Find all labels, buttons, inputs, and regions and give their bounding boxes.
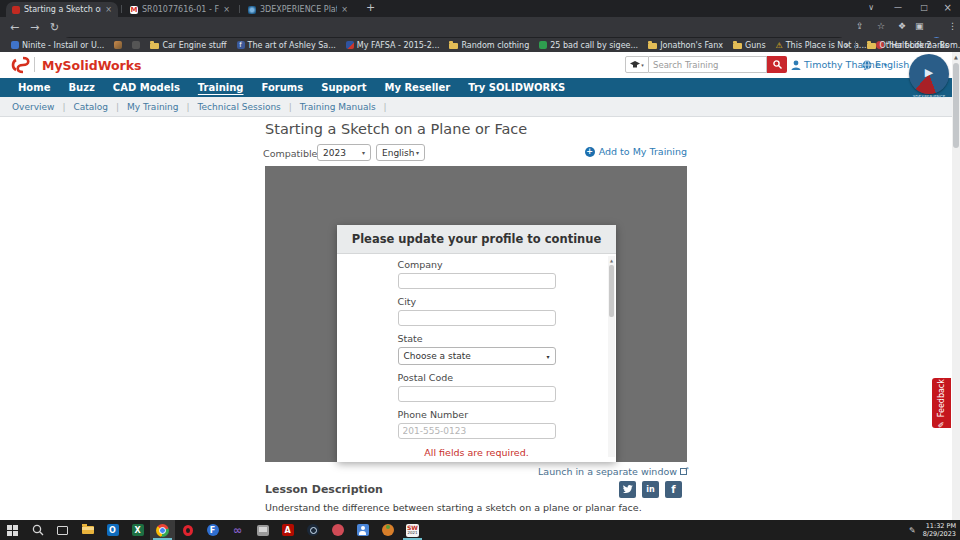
ninite-favicon — [11, 41, 19, 49]
bookmark-item[interactable] — [109, 41, 127, 49]
tab-search-icon[interactable]: ∨ — [868, 3, 874, 12]
steam-button[interactable] — [300, 520, 325, 540]
back-icon[interactable]: ← — [10, 21, 19, 34]
search-category-dropdown[interactable]: ▾ — [625, 56, 649, 73]
bookmark-item[interactable]: My FAFSA - 2015-2... — [341, 41, 445, 50]
scrollbar-thumb[interactable] — [953, 63, 959, 148]
company-label: Company — [398, 259, 556, 270]
share-icon[interactable]: ⇪ — [856, 21, 864, 31]
tab-close-icon[interactable]: × — [223, 5, 230, 14]
search-button[interactable] — [767, 56, 787, 73]
tab-close-icon[interactable]: × — [105, 5, 112, 14]
bookmark-item[interactable]: fThe art of Ashley Sa... — [232, 41, 341, 50]
search-input[interactable] — [649, 56, 767, 73]
start-button[interactable] — [0, 520, 25, 540]
tab-solidworks-training[interactable]: Starting a Sketch on a Plane or F × — [6, 2, 118, 17]
nav-buzz[interactable]: Buzz — [59, 82, 103, 93]
other-bookmarks[interactable]: Other bookmarks — [862, 41, 954, 50]
bookmark-item[interactable]: 25 bad call by sigee... — [534, 41, 643, 50]
taskbar-clock[interactable]: 11:32 PM 8/29/2023 — [923, 522, 956, 538]
new-tab-button[interactable]: + — [366, 1, 375, 14]
extensions-icon[interactable]: ❖ — [898, 21, 906, 31]
bookmark-item[interactable] — [127, 41, 145, 49]
solidworks-2021-button[interactable]: SW2021 — [400, 520, 425, 540]
bookmark-item[interactable]: Car Engine stuff — [145, 41, 231, 50]
bookmark-item[interactable]: Guns — [728, 41, 771, 50]
modal-body: Company City State Choose a state▾ Posta… — [337, 254, 616, 461]
reload-icon[interactable]: ↻ — [50, 21, 59, 34]
bookmark-item[interactable]: Ninite - Install or U... — [6, 41, 109, 50]
person-icon — [791, 60, 801, 70]
dassault-3ds-logo[interactable] — [9, 56, 33, 74]
city-field[interactable] — [398, 310, 556, 326]
nav-home[interactable]: Home — [9, 82, 59, 93]
browser-tabstrip: Starting a Sketch on a Plane or F × M SR… — [0, 0, 960, 17]
launch-separate-window-link[interactable]: Launch in a separate window — [538, 466, 687, 477]
red-pink-app-button[interactable] — [325, 520, 350, 540]
nav-support[interactable]: Support — [312, 82, 375, 93]
brand-mysolidworks[interactable]: MySolidWorks — [42, 58, 142, 73]
menu-kebab-icon[interactable]: ⋮ — [948, 21, 957, 31]
visual-studio-button[interactable]: ∞ — [225, 520, 250, 540]
tab-divider — [239, 5, 240, 13]
facebook-icon[interactable]: f — [665, 481, 682, 498]
page-title: Starting a Sketch on a Plane or Face — [265, 121, 527, 137]
orange-app-button[interactable] — [375, 520, 400, 540]
scroll-up-icon[interactable]: ▲ — [952, 52, 960, 60]
opera-button[interactable] — [175, 520, 200, 540]
gray-app-button[interactable] — [250, 520, 275, 540]
nav-try-solidworks[interactable]: Try SOLIDWORKS — [459, 82, 574, 93]
forward-icon[interactable]: → — [30, 21, 39, 34]
page-scrollbar[interactable]: ▲ — [952, 52, 960, 520]
modal-scrollbar[interactable]: ▲ — [608, 256, 615, 457]
blue-person-app-icon — [357, 524, 369, 536]
subnav-training-manuals[interactable]: Training Manuals — [300, 102, 376, 112]
side-panel-icon[interactable]: ▣ — [915, 21, 924, 31]
bookmark-item[interactable]: Jonathon's Fanx — [643, 41, 728, 50]
minimize-icon[interactable]: — — [894, 3, 902, 12]
scroll-up-icon[interactable]: ▲ — [608, 256, 615, 263]
tab-3dexperience[interactable]: 3DEXPERIENCE Platform × — [242, 2, 354, 17]
outlook-icon: O — [107, 524, 119, 536]
bookmark-star-icon[interactable]: ☆ — [877, 21, 885, 31]
file-explorer-button[interactable] — [75, 520, 100, 540]
tab-gmail[interactable]: M SR01077616-01 - For your action × — [124, 2, 236, 17]
3dexperience-logo[interactable]: 3DEXPERIENCE — [908, 54, 950, 100]
excel-button[interactable]: X — [125, 520, 150, 540]
tray-pen-icon[interactable]: ✎ — [909, 526, 916, 535]
chrome-button[interactable] — [150, 520, 175, 540]
nav-forums[interactable]: Forums — [253, 82, 313, 93]
nav-training[interactable]: Training — [189, 82, 253, 93]
bookmarks-overflow-chevron[interactable]: » — [845, 41, 850, 50]
acrobat-button[interactable]: A — [275, 520, 300, 540]
postal-code-field[interactable] — [398, 386, 556, 402]
close-icon[interactable]: × — [944, 2, 952, 13]
add-to-my-training-link[interactable]: + Add to My Training — [585, 146, 687, 157]
phone-number-field[interactable] — [398, 423, 556, 439]
twitter-icon[interactable] — [619, 481, 636, 498]
task-view-button[interactable] — [50, 520, 75, 540]
company-field[interactable] — [398, 273, 556, 289]
bookmark-item[interactable]: Random clothing — [444, 41, 534, 50]
subnav-overview[interactable]: Overview — [12, 102, 54, 112]
outlook-button[interactable]: O — [100, 520, 125, 540]
taskbar-search-button[interactable] — [25, 520, 50, 540]
tab-close-icon[interactable]: × — [341, 5, 348, 14]
blue-person-app-button[interactable] — [350, 520, 375, 540]
feedback-button[interactable]: ✎Feedback — [932, 378, 951, 428]
divider: | — [116, 102, 119, 112]
scrollbar-thumb[interactable] — [609, 265, 614, 317]
state-select[interactable]: Choose a state▾ — [398, 347, 556, 365]
language-select[interactable]: English▾ — [376, 144, 425, 161]
subnav-technical-sessions[interactable]: Technical Sessions — [198, 102, 281, 112]
linkedin-icon[interactable]: in — [642, 481, 659, 498]
version-select[interactable]: 2023▾ — [317, 144, 371, 161]
subnav-my-training[interactable]: My Training — [127, 102, 178, 112]
required-note: All fields are required. — [398, 447, 556, 458]
subnav-catalog[interactable]: Catalog — [73, 102, 108, 112]
modal-title: Please update your profile to continue — [337, 225, 616, 254]
blue-f-app-button[interactable]: F — [200, 520, 225, 540]
nav-my-reseller[interactable]: My Reseller — [375, 82, 459, 93]
maximize-icon[interactable]: □ — [920, 3, 928, 12]
nav-cad-models[interactable]: CAD Models — [104, 82, 189, 93]
